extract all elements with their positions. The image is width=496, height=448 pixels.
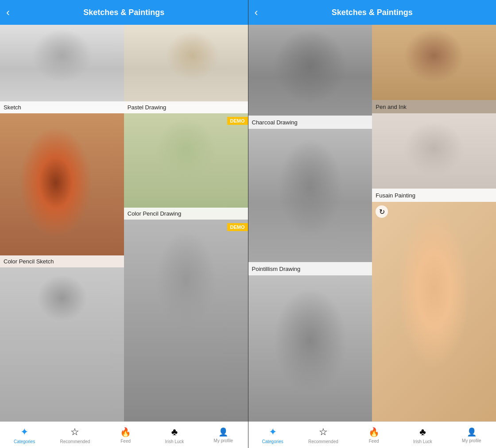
bottom-right-demo-badge: DEMO [227, 223, 248, 231]
right-categories-label: Categories [262, 439, 283, 444]
right-nav-my-profile[interactable]: 👤 My profile [458, 427, 485, 443]
right-bottom-nav: ✦ Categories ☆ Recommended 🔥 Feed ♣ Iris… [248, 421, 496, 448]
irish-luck-icon: ♣ [171, 426, 178, 438]
my-profile-label: My profile [214, 438, 233, 443]
right-irish-luck-icon: ♣ [419, 426, 426, 438]
right-nav-irish-luck[interactable]: ♣ Irish Luck [409, 426, 436, 444]
pen-ink-item[interactable]: Pen and Ink [372, 25, 496, 113]
fusain-item[interactable]: Fusain Painting [372, 113, 496, 202]
right-nav-feed[interactable]: 🔥 Feed [360, 427, 387, 444]
feed-label: Feed [120, 439, 131, 444]
categories-icon: ✦ [20, 426, 28, 438]
nav-categories[interactable]: ✦ Categories [11, 426, 38, 444]
my-profile-icon: 👤 [218, 427, 228, 437]
right-feed-icon: 🔥 [368, 427, 380, 437]
left-bottom-nav: ✦ Categories ☆ Recommended 🔥 Feed ♣ Iris… [0, 421, 248, 448]
right-my-profile-label: My profile [462, 438, 481, 443]
right-irish-luck-label: Irish Luck [413, 439, 432, 444]
recommended-icon: ☆ [70, 426, 79, 438]
color-pencil-sketch-label: Color Pencil Sketch [0, 255, 124, 267]
left-header-title: Sketches & Paintings [83, 8, 164, 17]
charcoal-label: Charcoal Drawing [252, 119, 298, 126]
right-bottom-sketch-item[interactable] [248, 275, 372, 422]
sketch-item[interactable]: Sketch [0, 25, 124, 113]
right-feed-label: Feed [369, 439, 379, 444]
pen-ink-label: Pen and Ink [376, 104, 406, 110]
right-recommended-label: Recommended [308, 439, 338, 444]
fusain-label: Fusain Painting [376, 192, 415, 199]
right-content: Charcoal Drawing Pointillism Drawing [248, 25, 496, 421]
categories-label: Categories [14, 439, 35, 444]
pastel-item[interactable]: Pastel Drawing [124, 25, 248, 113]
left-header: ‹ Sketches & Paintings [0, 0, 248, 25]
pointillism-item[interactable]: Pointillism Drawing [248, 129, 372, 275]
color-pencil-sketch-item[interactable]: Color Pencil Sketch [0, 113, 124, 267]
bottom-left-item[interactable] [0, 267, 124, 421]
right-header-title: Sketches & Paintings [332, 8, 413, 17]
right-phone-panel: ‹ Sketches & Paintings Charcoal Drawing … [248, 0, 496, 448]
right-nav-recommended[interactable]: ☆ Recommended [308, 426, 338, 444]
left-back-button[interactable]: ‹ [6, 6, 10, 19]
bottom-right-top-item[interactable]: DEMO [124, 220, 248, 421]
nav-recommended[interactable]: ☆ Recommended [60, 426, 90, 444]
right-nav-categories[interactable]: ✦ Categories [260, 426, 286, 444]
nav-my-profile[interactable]: 👤 My profile [210, 427, 236, 443]
color-pencil-item[interactable]: DEMO Color Pencil Drawing [124, 113, 248, 220]
feed-icon: 🔥 [120, 427, 131, 437]
nav-feed[interactable]: 🔥 Feed [112, 427, 139, 444]
nav-irish-luck[interactable]: ♣ Irish Luck [161, 426, 188, 444]
right-recommended-icon: ☆ [319, 426, 328, 438]
recommended-label: Recommended [60, 439, 90, 444]
sketch-label: Sketch [0, 101, 124, 113]
color-pencil-label: Color Pencil Drawing [124, 208, 248, 220]
left-content: Sketch Color Pencil Sketch Pas [0, 25, 248, 421]
right-categories-icon: ✦ [269, 426, 277, 438]
colorful-item[interactable]: ↻ [372, 202, 496, 421]
right-header: ‹ Sketches & Paintings [248, 0, 496, 25]
left-phone-panel: ‹ Sketches & Paintings Sketch Color Penc… [0, 0, 248, 448]
irish-luck-label: Irish Luck [165, 439, 184, 444]
right-back-button[interactable]: ‹ [255, 6, 258, 19]
pointillism-label: Pointillism Drawing [252, 266, 301, 272]
charcoal-item[interactable]: Charcoal Drawing [248, 25, 372, 129]
spin-icon: ↻ [376, 205, 388, 218]
pastel-label: Pastel Drawing [124, 101, 248, 113]
right-my-profile-icon: 👤 [467, 427, 477, 437]
